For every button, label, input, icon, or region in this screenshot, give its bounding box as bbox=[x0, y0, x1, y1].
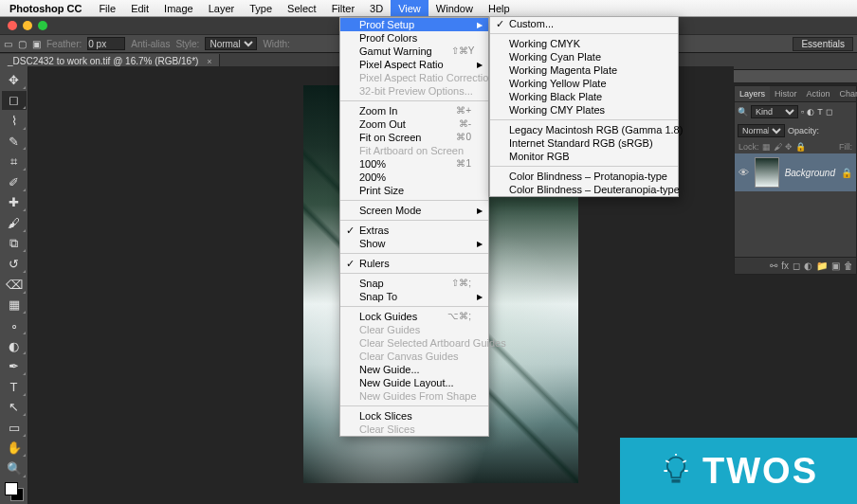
view-menu-item[interactable]: Pixel Aspect Ratio bbox=[340, 58, 488, 71]
crop-tool[interactable]: ⌗ bbox=[2, 152, 27, 171]
tab-actions[interactable]: Action bbox=[802, 86, 835, 101]
view-menu-item[interactable]: Gamut Warning⇧⌘Y bbox=[340, 45, 488, 58]
marquee-mode-icon[interactable]: ▢ bbox=[18, 39, 27, 49]
eraser-tool[interactable]: ⌫ bbox=[2, 275, 27, 295]
view-menu-item[interactable]: Snap To bbox=[340, 290, 488, 303]
type-tool[interactable]: T bbox=[2, 377, 27, 397]
view-menu-item[interactable]: Snap⇧⌘; bbox=[340, 277, 488, 290]
lock-pixels-icon[interactable]: 🖌 bbox=[774, 142, 782, 152]
dodge-tool[interactable]: ◐ bbox=[2, 336, 27, 356]
proof-submenu-item[interactable]: Color Blindness – Deuteranopia-type bbox=[490, 183, 678, 196]
view-menu-item[interactable]: 100%⌘1 bbox=[340, 157, 488, 171]
proof-submenu-item[interactable]: Working CMYK bbox=[490, 37, 678, 50]
view-menu-item[interactable]: Proof Colors bbox=[340, 31, 488, 45]
proof-submenu-item[interactable]: Working Yellow Plate bbox=[490, 77, 678, 90]
color-swatches[interactable] bbox=[2, 479, 27, 504]
lock-position-icon[interactable]: ✥ bbox=[785, 142, 793, 152]
blend-mode-select[interactable]: Normal bbox=[738, 124, 785, 137]
menu-help[interactable]: Help bbox=[481, 0, 518, 16]
proof-submenu-item[interactable]: Legacy Macintosh RGB (Gamma 1.8) bbox=[490, 123, 678, 136]
mask-icon[interactable]: ◻ bbox=[793, 261, 800, 271]
menu-select[interactable]: Select bbox=[280, 0, 324, 16]
proof-submenu-item[interactable]: Working Black Plate bbox=[490, 90, 678, 103]
tab-character[interactable]: Chara bbox=[835, 86, 857, 101]
lock-transparent-icon[interactable]: ▦ bbox=[762, 142, 771, 152]
view-menu-item[interactable]: Zoom Out⌘- bbox=[340, 117, 488, 131]
eyedropper-tool[interactable]: ✐ bbox=[2, 172, 27, 192]
kind-filter-select[interactable]: Kind bbox=[751, 105, 798, 118]
proof-submenu-item[interactable]: Working CMY Plates bbox=[490, 103, 678, 117]
view-menu-item[interactable]: 200% bbox=[340, 171, 488, 184]
proof-submenu-item[interactable]: Internet Standard RGB (sRGB) bbox=[490, 136, 678, 150]
tab-history[interactable]: Histor bbox=[770, 86, 802, 101]
view-menu-item[interactable]: Rulers bbox=[340, 257, 488, 270]
style-select[interactable]: Normal bbox=[205, 37, 257, 50]
feather-input[interactable] bbox=[87, 37, 125, 50]
menu-file[interactable]: File bbox=[91, 0, 123, 16]
menu-image[interactable]: Image bbox=[156, 0, 201, 16]
lock-all-icon[interactable]: 🔒 bbox=[795, 142, 806, 152]
link-layers-icon[interactable]: ⚯ bbox=[770, 261, 777, 271]
kind-filter-icon[interactable]: 🔍 bbox=[738, 107, 748, 117]
proof-submenu-item[interactable]: Working Cyan Plate bbox=[490, 50, 678, 63]
marquee-tool[interactable]: ◻ bbox=[2, 91, 27, 111]
view-menu-item[interactable]: Proof Setup bbox=[340, 18, 488, 31]
new-layer-icon[interactable]: ▣ bbox=[831, 261, 840, 271]
layer-row[interactable]: 👁 Background 🔒 bbox=[735, 153, 856, 191]
filter-type-icon[interactable]: T bbox=[817, 107, 823, 117]
svg-rect-0 bbox=[672, 479, 681, 483]
menu-window[interactable]: Window bbox=[428, 0, 481, 16]
filter-pixel-icon[interactable]: ▫ bbox=[801, 107, 804, 117]
filter-shape-icon[interactable]: ◻ bbox=[826, 107, 832, 117]
shape-tool[interactable]: ▭ bbox=[2, 418, 27, 438]
marquee-mode-icon[interactable]: ▭ bbox=[4, 39, 12, 49]
view-menu-item[interactable]: Zoom In⌘+ bbox=[340, 104, 488, 117]
minimize-window-button[interactable] bbox=[23, 21, 32, 30]
fx-icon[interactable]: fx bbox=[781, 261, 789, 271]
trash-icon[interactable]: 🗑 bbox=[844, 261, 853, 271]
view-menu-item[interactable]: Print Size bbox=[340, 184, 488, 197]
adjustment-icon[interactable]: ◐ bbox=[804, 261, 812, 271]
path-select-tool[interactable]: ↖ bbox=[2, 398, 27, 418]
zoom-window-button[interactable] bbox=[38, 21, 47, 30]
pen-tool[interactable]: ✒ bbox=[2, 356, 27, 376]
view-menu-item[interactable]: New Guide... bbox=[340, 363, 488, 376]
view-menu-item[interactable]: Show bbox=[340, 237, 488, 250]
group-icon[interactable]: 📁 bbox=[816, 261, 828, 271]
tab-layers[interactable]: Layers bbox=[735, 86, 770, 101]
move-tool[interactable]: ✥ bbox=[2, 70, 27, 90]
lasso-tool[interactable]: ⌇ bbox=[2, 111, 27, 131]
view-menu-item[interactable]: Screen Mode bbox=[340, 204, 488, 217]
visibility-icon[interactable]: 👁 bbox=[738, 167, 749, 178]
menu-edit[interactable]: Edit bbox=[123, 0, 156, 16]
menu-type[interactable]: Type bbox=[242, 0, 280, 16]
brush-tool[interactable]: 🖌 bbox=[2, 213, 27, 233]
blur-tool[interactable]: ∘ bbox=[2, 315, 27, 335]
workspace-switcher[interactable]: Essentials bbox=[793, 37, 853, 51]
clone-stamp-tool[interactable]: ⧉ bbox=[2, 234, 27, 254]
gradient-tool[interactable]: ▦ bbox=[2, 296, 27, 315]
menu-filter[interactable]: Filter bbox=[324, 0, 362, 16]
menu-view[interactable]: View bbox=[391, 0, 428, 16]
filter-adjust-icon[interactable]: ◐ bbox=[807, 107, 814, 117]
history-brush-tool[interactable]: ↺ bbox=[2, 254, 27, 274]
proof-submenu-item[interactable]: Color Blindness – Protanopia-type bbox=[490, 170, 678, 183]
proof-submenu-item[interactable]: Monitor RGB bbox=[490, 150, 678, 163]
close-window-button[interactable] bbox=[8, 21, 17, 30]
proof-submenu-item[interactable]: Working Magenta Plate bbox=[490, 63, 678, 77]
view-menu-item: Clear Guides bbox=[340, 323, 488, 336]
quick-select-tool[interactable]: ✎ bbox=[2, 132, 27, 152]
close-tab-icon[interactable]: × bbox=[207, 57, 211, 66]
hand-tool[interactable]: ✋ bbox=[2, 439, 27, 459]
zoom-tool[interactable]: 🔍 bbox=[2, 459, 27, 478]
marquee-mode-icon[interactable]: ▣ bbox=[32, 39, 41, 49]
menu-3d[interactable]: 3D bbox=[362, 0, 391, 16]
view-menu-item[interactable]: New Guide Layout... bbox=[340, 376, 488, 389]
healing-brush-tool[interactable]: ✚ bbox=[2, 193, 27, 213]
proof-submenu-item[interactable]: Custom... bbox=[490, 17, 678, 30]
view-menu-item[interactable]: Fit on Screen⌘0 bbox=[340, 131, 488, 144]
view-menu-item[interactable]: Lock Slices bbox=[340, 409, 488, 423]
menu-layer[interactable]: Layer bbox=[201, 0, 243, 16]
view-menu-item[interactable]: Lock Guides⌥⌘; bbox=[340, 310, 488, 323]
view-menu-item[interactable]: Extras bbox=[340, 224, 488, 237]
